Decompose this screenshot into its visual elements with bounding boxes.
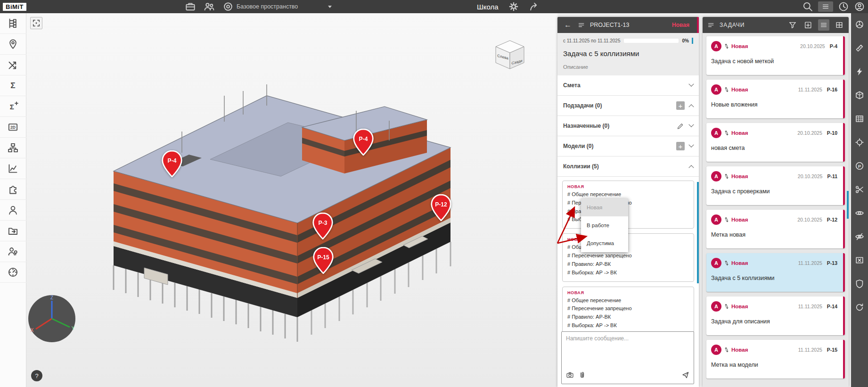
task-card[interactable]: A Новая 20.10.2025 P-4 Задача с новой ме…: [706, 36, 845, 75]
workspace-ring-button[interactable]: [222, 1, 234, 12]
task-card[interactable]: A Новая 20.10.2025 P-10 новая смета: [706, 123, 845, 162]
tasks-scrollbar-thumb[interactable]: [847, 191, 849, 219]
section-assignees[interactable]: Назначенные (0): [557, 116, 699, 136]
team-button[interactable]: [204, 1, 215, 12]
section-box-button[interactable]: [854, 90, 865, 101]
tool-profile-button[interactable]: [0, 200, 26, 221]
show-button[interactable]: [854, 207, 865, 219]
section-cut-button[interactable]: [854, 184, 865, 195]
section-models[interactable]: Модели (0) +: [557, 136, 699, 156]
map-pin[interactable]: P-4: [353, 129, 374, 156]
parking-button[interactable]: P: [854, 160, 865, 172]
task-card[interactable]: A Новая 11.11.2025 P-16 Новые вложения: [706, 80, 845, 118]
task-card[interactable]: A Новая 20.10.2025 P-11 Задача с проверк…: [706, 166, 845, 205]
grid-icon: [855, 114, 864, 124]
add-task-button[interactable]: [802, 19, 814, 31]
toolbox-button[interactable]: [185, 1, 196, 12]
tool-estimate-button[interactable]: Σ: [0, 75, 26, 96]
section-estimate[interactable]: Смета: [557, 75, 699, 96]
refresh-button[interactable]: [854, 302, 865, 313]
tool-export-button[interactable]: [0, 221, 26, 241]
list-view-button[interactable]: [818, 19, 829, 31]
chevron-up-icon[interactable]: [688, 165, 694, 170]
grid-view-button[interactable]: [834, 19, 845, 31]
section-subtasks[interactable]: Подзадачи (0) +: [557, 96, 699, 116]
map-pin[interactable]: P-3: [312, 213, 333, 239]
placemark-icon: [8, 39, 18, 49]
axis-gizmo[interactable]: Z X Y: [27, 294, 76, 343]
tool-placemark-button[interactable]: [0, 34, 26, 55]
clash-button[interactable]: [854, 66, 865, 77]
tool-collisions-button[interactable]: [0, 55, 26, 75]
clear-selection-button[interactable]: [854, 255, 865, 266]
measure-button[interactable]: [854, 42, 865, 54]
sigma-plus-icon: Σ: [8, 101, 18, 112]
history-button[interactable]: [838, 1, 849, 12]
fit-view-button[interactable]: [30, 17, 42, 29]
chevron-down-icon[interactable]: [688, 142, 694, 148]
task-status: Новая: [731, 87, 748, 92]
chevron-up-icon[interactable]: [688, 104, 694, 109]
grid-table-button[interactable]: [854, 113, 865, 124]
back-button[interactable]: ←: [562, 19, 573, 31]
tool-team-location-button[interactable]: [0, 241, 26, 262]
svg-text:2D: 2D: [10, 125, 16, 130]
task-card-title: Новые вложения: [711, 101, 837, 108]
structure-icon: [8, 18, 18, 29]
menu-item-allowed[interactable]: Допустима: [581, 234, 628, 252]
tool-scheme-button[interactable]: [0, 138, 26, 158]
account-button[interactable]: [854, 1, 865, 12]
collision-status[interactable]: НОВАЯ: [567, 184, 689, 189]
assignee-sort-icon: [724, 43, 729, 49]
app-logo: BiMiT: [3, 3, 26, 11]
help-button[interactable]: ?: [31, 370, 42, 381]
message-input[interactable]: [566, 335, 689, 371]
detail-scrollbar-thumb[interactable]: [697, 182, 699, 283]
tool-plugins-button[interactable]: [0, 179, 26, 200]
task-card[interactable]: A Новая 11.11.2025 P-15 Метка на модели: [706, 340, 845, 379]
description-label[interactable]: Описание: [563, 64, 693, 70]
tool-chart-button[interactable]: [0, 158, 26, 179]
navigation-cube[interactable]: Слева Сзади: [491, 36, 529, 75]
menu-button[interactable]: [818, 1, 833, 12]
chevron-down-icon[interactable]: [688, 82, 694, 87]
task-date: 20.10.2025: [798, 173, 823, 179]
filter-button[interactable]: [787, 19, 798, 31]
section-collisions[interactable]: Коллизии (5): [557, 156, 699, 177]
tool-structure-button[interactable]: [0, 13, 26, 34]
parking-icon: P: [855, 161, 864, 171]
shield-button[interactable]: [854, 278, 865, 289]
share-button[interactable]: [529, 1, 540, 12]
tool-2d-view-button[interactable]: 2D: [0, 117, 26, 138]
tool-gauge-button[interactable]: [0, 262, 26, 283]
map-pin[interactable]: P-12: [431, 194, 451, 221]
orbit-button[interactable]: [854, 19, 865, 30]
hide-button[interactable]: [854, 231, 865, 242]
add-subtask-button[interactable]: +: [676, 101, 685, 110]
task-id: P-12: [827, 217, 837, 222]
task-card[interactable]: A Новая 11.11.2025 P-13 Задача с 5 колли…: [706, 253, 845, 292]
collision-status[interactable]: НОВАЯ: [567, 290, 689, 295]
viewport-3d[interactable]: P-4P-4P-3P-12P-15 Слева Сзади Z X Y ?: [26, 13, 557, 387]
map-pin[interactable]: P-15: [313, 247, 334, 274]
chevron-down-icon[interactable]: [688, 122, 694, 127]
task-card[interactable]: A Новая 11.11.2025 P-14 Задача для описа…: [706, 296, 845, 335]
workspace-selector[interactable]: Базовое пространство: [237, 0, 332, 13]
progress-bar: [624, 39, 678, 43]
search-button[interactable]: [802, 1, 813, 12]
camera-button[interactable]: [566, 371, 574, 381]
locate-button[interactable]: [854, 137, 865, 148]
task-status: Новая: [731, 217, 748, 222]
menu-item-new[interactable]: Новая: [581, 198, 628, 216]
menu-item-in-progress[interactable]: В работе: [581, 216, 628, 234]
map-pin[interactable]: P-4: [162, 150, 182, 177]
edit-assignees-button[interactable]: [675, 121, 685, 131]
detail-status-badge[interactable]: Новая: [672, 22, 689, 28]
send-button[interactable]: [681, 371, 689, 381]
tool-estimate-add-button[interactable]: Σ: [0, 96, 26, 117]
task-card[interactable]: A Новая 20.10.2025 P-12 Метка новая: [706, 210, 845, 248]
attach-button[interactable]: [578, 371, 586, 381]
add-model-button[interactable]: +: [676, 142, 685, 150]
collision-card[interactable]: НОВАЯ # Общее пересечение # Пересечение …: [562, 287, 694, 335]
settings-button[interactable]: [508, 1, 519, 12]
